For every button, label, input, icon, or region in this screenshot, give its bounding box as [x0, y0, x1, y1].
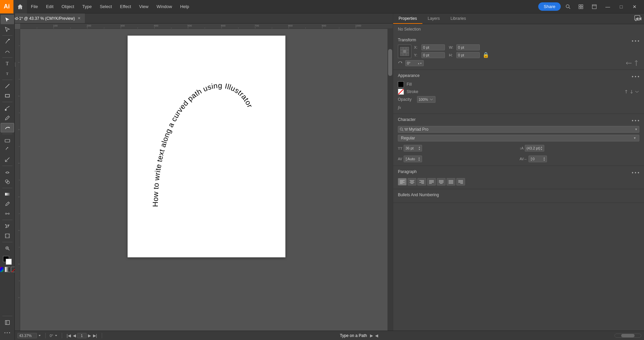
pencil-tool[interactable] [1, 113, 14, 123]
zoom-input[interactable] [17, 333, 37, 338]
justify-center-button[interactable] [437, 178, 446, 185]
close-button[interactable]: ✕ [629, 2, 640, 11]
menu-edit[interactable]: Edit [42, 0, 57, 13]
tracking-input[interactable]: ▲▼ 0 ▲▼ [528, 156, 547, 162]
smooth-tool[interactable] [1, 123, 14, 132]
flip-horizontal-icon[interactable] [626, 60, 632, 66]
canvas-content[interactable]: How to write text along a curved path us… [20, 29, 387, 340]
stroke-arrow-down[interactable] [629, 89, 634, 94]
warp-tool[interactable] [1, 167, 14, 177]
page-number-input[interactable] [77, 333, 87, 338]
status-scroll-thumb[interactable] [621, 334, 635, 337]
font-style-area[interactable]: Regular ▼ [398, 135, 639, 141]
menu-select[interactable]: Select [96, 0, 116, 13]
stroke-dropdown-icon[interactable] [635, 89, 639, 94]
h-input[interactable] [456, 52, 480, 58]
opacity-row: Opacity 100% [398, 96, 639, 103]
menu-type[interactable]: Type [78, 0, 96, 13]
menu-window[interactable]: Window [152, 0, 176, 13]
align-center-button[interactable] [408, 178, 416, 185]
justify-left-button[interactable] [427, 178, 436, 185]
justify-right-button[interactable] [456, 178, 465, 185]
gradient-tool[interactable] [1, 189, 14, 199]
align-left-button[interactable] [398, 178, 407, 185]
status-scrollbar[interactable] [614, 334, 641, 338]
vertical-scrollbar[interactable] [387, 29, 393, 335]
flip-vertical-icon[interactable] [633, 60, 639, 66]
artboard[interactable]: How to write text along a curved path us… [128, 36, 285, 257]
fill-swatch[interactable] [398, 81, 404, 87]
tab-close-icon[interactable]: ✕ [78, 16, 81, 20]
panel-collapse-button[interactable]: ◀◀ [635, 16, 641, 21]
transform-reference-point[interactable] [398, 45, 411, 58]
dock-button[interactable] [589, 2, 600, 11]
eraser-tool[interactable] [1, 135, 14, 145]
menu-file[interactable]: File [27, 0, 42, 13]
color-mode-icon[interactable] [0, 267, 4, 272]
character-more-menu[interactable]: • • • [632, 118, 639, 123]
align-right-button[interactable] [417, 178, 426, 185]
eyedropper-tool[interactable] [1, 199, 14, 209]
curvature-tool[interactable] [1, 47, 14, 56]
menu-view[interactable]: View [135, 0, 152, 13]
stroke-swatch[interactable] [398, 89, 404, 95]
y-input[interactable] [421, 52, 445, 58]
rotate-tool[interactable] [1, 145, 14, 155]
tab-properties[interactable]: Properties [393, 13, 422, 24]
background-color[interactable] [6, 259, 12, 265]
more-tools[interactable]: • • • [1, 328, 14, 337]
vertical-scroll-thumb[interactable] [388, 49, 392, 76]
tab-layers[interactable]: Layers [422, 13, 445, 24]
rectangle-tool[interactable] [1, 91, 14, 100]
transform-more-menu[interactable]: • • • [632, 38, 639, 44]
last-page-button[interactable]: ▶| [92, 333, 98, 338]
symbol-sprayer-tool[interactable] [1, 221, 14, 231]
scale-tool[interactable] [1, 155, 14, 164]
font-size-input[interactable]: 36 pt ▲▼ [404, 145, 422, 152]
shape-builder-tool[interactable] [1, 177, 14, 186]
maximize-button[interactable]: □ [616, 2, 627, 11]
menu-help[interactable]: Help [176, 0, 193, 13]
home-button[interactable] [13, 0, 27, 13]
w-input[interactable] [456, 44, 480, 50]
menu-effect[interactable]: Effect [116, 0, 135, 13]
next-page-button[interactable]: ▶ [87, 333, 92, 338]
font-search-area[interactable]: Myriad Pro ▼ [398, 126, 639, 133]
appearance-more-menu[interactable]: • • • [632, 74, 639, 79]
first-page-button[interactable]: |◀ [66, 333, 72, 338]
pen-tool[interactable] [1, 37, 14, 46]
justify-all-button[interactable] [447, 178, 455, 185]
paintbrush-tool[interactable] [1, 103, 14, 113]
libraries-icon[interactable] [1, 318, 14, 327]
opacity-more-arrow[interactable] [429, 97, 434, 102]
paragraph-more-menu[interactable]: • • • [632, 170, 639, 175]
leading-input[interactable]: (43.2 pt) ▲▼ [525, 145, 544, 152]
prev-page-button[interactable]: ◀ [72, 333, 77, 338]
zoom-tool[interactable] [1, 244, 14, 253]
minimize-button[interactable]: — [602, 2, 613, 11]
touch-type-tool[interactable]: T [1, 69, 14, 78]
color-squares[interactable] [3, 256, 12, 265]
rotate-input[interactable]: 0° ▲▼ [405, 60, 424, 66]
arrange-windows-button[interactable] [576, 2, 586, 11]
menu-object[interactable]: Object [57, 0, 78, 13]
artboard-tool[interactable] [1, 231, 14, 241]
svg-rect-87 [403, 47, 406, 50]
gradient-swatch-icon[interactable] [5, 267, 10, 272]
tab-libraries[interactable]: Libraries [445, 13, 471, 24]
direct-selection-tool[interactable] [1, 25, 14, 34]
x-input[interactable] [421, 44, 445, 50]
share-button[interactable]: Share [538, 2, 561, 11]
type-tool[interactable]: T [1, 59, 14, 69]
selection-tool[interactable] [1, 15, 14, 24]
blend-tool[interactable] [1, 209, 14, 218]
line-tool[interactable] [1, 81, 14, 91]
search-button[interactable] [563, 2, 573, 11]
constrain-proportions-icon[interactable]: 🔒 [482, 52, 489, 58]
kerning-input[interactable]: ▲▼ Auto ▲▼ [404, 156, 422, 162]
fx-button[interactable]: fx [398, 105, 401, 110]
opacity-input[interactable]: 100% [417, 96, 435, 103]
tool-info-back-icon[interactable]: ◀ [375, 333, 378, 338]
tool-info-more-icon[interactable]: ▶ [370, 333, 373, 338]
stroke-arrow-up[interactable] [624, 89, 629, 94]
